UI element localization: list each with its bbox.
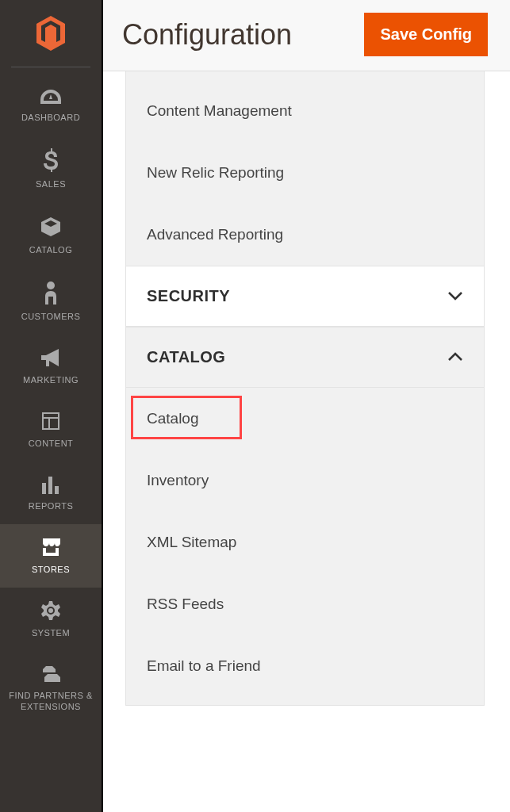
config-item-rss-feeds[interactable]: RSS Feeds [126,573,484,635]
svg-rect-1 [42,483,46,494]
nav-label: MARKETING [23,374,79,385]
svg-rect-2 [48,477,52,494]
magento-logo[interactable] [0,10,102,67]
section-security[interactable]: SECURITY [125,266,485,327]
section-catalog[interactable]: CATALOG [125,327,485,388]
save-config-button[interactable]: Save Config [364,13,488,56]
nav-content[interactable]: CONTENT [0,398,102,462]
config-item-xml-sitemap[interactable]: XML Sitemap [126,511,484,573]
gauge-icon [39,88,63,107]
nav-reports[interactable]: REPORTS [0,462,102,524]
blocks-icon [40,665,62,685]
gear-icon [40,600,61,622]
config-item-advanced-reporting[interactable]: Advanced Reporting [126,204,484,266]
nav-dashboard[interactable]: DASHBOARD [0,75,102,136]
chevron-down-icon [447,289,463,304]
nav-label: FIND PARTNERS & EXTENSIONS [3,690,98,713]
svg-point-0 [47,282,55,289]
page-header: Configuration Save Config [103,0,510,71]
nav-stores[interactable]: STORES [0,524,102,588]
nav-label: SYSTEM [32,627,70,638]
megaphone-icon [40,347,62,370]
config-item-catalog[interactable]: Catalog [126,388,484,450]
chevron-up-icon [447,350,463,365]
nav-label: CATALOG [29,244,72,255]
bar-chart-icon [40,475,61,496]
page-title: Configuration [122,18,292,52]
nav-label: CUSTOMERS [21,311,81,322]
section-title: SECURITY [147,287,230,305]
nav-label: DASHBOARD [21,112,80,123]
layout-icon [40,411,61,433]
config-item-content-management[interactable]: Content Management [126,80,484,142]
divider [11,67,90,67]
config-item-email-friend[interactable]: Email to a Friend [126,635,484,697]
dollar-icon [44,148,58,174]
section-title: CATALOG [147,348,225,366]
nav-catalog[interactable]: CATALOG [0,203,102,268]
nav-partners[interactable]: FIND PARTNERS & EXTENSIONS [0,652,102,726]
nav-label: STORES [32,564,70,575]
nav-customers[interactable]: CUSTOMERS [0,268,102,335]
svg-rect-3 [55,486,59,494]
nav-sales[interactable]: SALES [0,136,102,202]
store-icon [40,537,62,559]
nav-label: SALES [36,178,66,190]
config-item-new-relic[interactable]: New Relic Reporting [126,142,484,204]
general-sub-list: Reports Content Management New Relic Rep… [125,71,485,266]
config-item-inventory[interactable]: Inventory [126,450,484,511]
box-icon [40,216,62,239]
config-tabs: Reports Content Management New Relic Rep… [103,71,510,812]
admin-sidebar: DASHBOARD SALES CATALOG CUSTOMERS [0,0,102,812]
nav-label: REPORTS [29,500,73,511]
nav-label: CONTENT [29,438,74,449]
config-item-reports[interactable]: Reports [126,71,484,80]
catalog-sub-list: Catalog Inventory XML Sitemap RSS Feeds … [125,388,485,706]
nav-system[interactable]: SYSTEM [0,588,102,651]
nav-marketing[interactable]: MARKETING [0,335,102,398]
person-icon [44,281,58,306]
main-area: Configuration Save Config Reports Conten… [102,0,510,812]
